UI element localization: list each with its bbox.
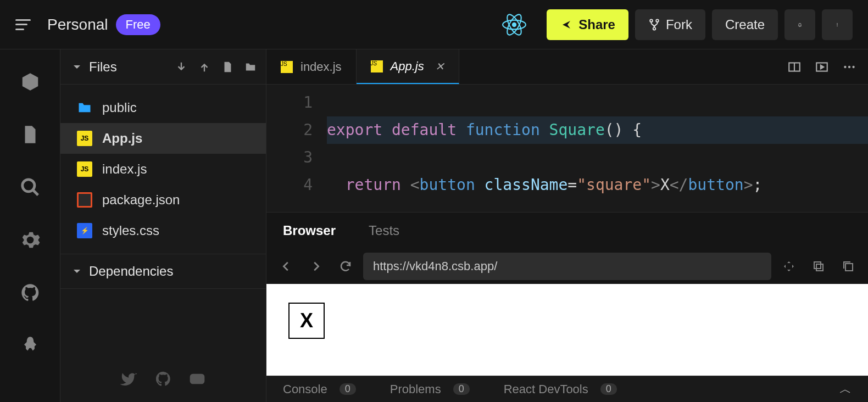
svg-point-8 — [837, 24, 837, 25]
svg-point-6 — [653, 27, 656, 30]
svg-rect-17 — [816, 264, 823, 271]
files-panel-header[interactable]: Files — [60, 49, 266, 85]
fork-button[interactable]: Fork — [635, 9, 705, 40]
deploy-icon[interactable] — [20, 335, 41, 356]
reload-icon[interactable] — [333, 254, 358, 278]
more-tabs-icon[interactable] — [837, 55, 861, 79]
problems-tab[interactable]: Problems — [390, 382, 441, 397]
nav-forward-icon[interactable] — [304, 254, 328, 278]
svg-point-4 — [650, 19, 653, 22]
preview-icon[interactable] — [810, 55, 834, 79]
open-new-window-icon[interactable] — [836, 254, 860, 278]
svg-rect-11 — [190, 374, 205, 384]
file-tree-item-index[interactable]: JS index.js — [60, 154, 266, 185]
nav-back-icon[interactable] — [274, 254, 298, 278]
js-file-icon: JS — [281, 61, 293, 73]
file-label: public — [102, 100, 137, 115]
github-social-icon[interactable] — [154, 370, 172, 388]
file-label: index.js — [102, 161, 147, 177]
github-icon[interactable] — [20, 282, 41, 303]
console-count: 0 — [340, 383, 356, 395]
svg-point-0 — [512, 22, 516, 26]
code-editor[interactable]: 1 2 3 4 export default function Square()… — [266, 85, 868, 212]
sandbox-icon[interactable] — [20, 71, 41, 92]
notifications-button[interactable] — [784, 9, 815, 40]
js-file-icon: JS — [371, 60, 383, 72]
share-button[interactable]: Share — [547, 9, 628, 40]
react-logo-icon — [502, 12, 527, 37]
file-label: package.json — [102, 192, 180, 208]
line-number: 2 — [266, 116, 313, 144]
problems-count: 0 — [453, 383, 470, 395]
json-file-icon — [77, 192, 92, 208]
preview-url-input[interactable] — [363, 253, 771, 280]
svg-point-5 — [656, 19, 659, 22]
file-tree-folder-public[interactable]: public — [60, 92, 266, 123]
copy-preview-icon[interactable] — [806, 254, 831, 278]
new-folder-icon[interactable] — [242, 58, 259, 76]
discord-icon[interactable] — [188, 370, 206, 388]
editor-tab-app[interactable]: JS App.js ✕ — [357, 49, 459, 84]
svg-point-14 — [844, 65, 846, 68]
files-title: Files — [89, 59, 167, 75]
svg-rect-19 — [845, 264, 853, 271]
tab-label: index.js — [301, 60, 342, 74]
settings-icon[interactable] — [20, 230, 41, 250]
line-number: 4 — [266, 171, 313, 199]
plan-badge[interactable]: Free — [116, 14, 160, 35]
file-label: styles.css — [102, 223, 159, 238]
folder-icon — [77, 100, 92, 115]
preview-tab-browser[interactable]: Browser — [283, 223, 336, 238]
devtools-tab[interactable]: React DevTools — [504, 382, 588, 397]
svg-point-7 — [837, 23, 837, 24]
menu-icon[interactable] — [15, 19, 31, 30]
close-tab-icon[interactable]: ✕ — [435, 60, 444, 73]
create-label: Create — [725, 17, 765, 32]
dependencies-title: Dependencies — [89, 264, 173, 279]
file-tree-item-styles[interactable]: ⚡ styles.css — [60, 215, 266, 246]
line-number: 1 — [266, 89, 313, 116]
editor-tab-index[interactable]: JS index.js — [266, 49, 357, 84]
devtools-count: 0 — [600, 383, 617, 395]
upload-icon[interactable] — [196, 58, 213, 76]
create-button[interactable]: Create — [712, 9, 778, 40]
download-icon[interactable] — [173, 58, 190, 76]
console-tab[interactable]: Console — [283, 382, 327, 397]
expand-panel-icon[interactable]: ︿ — [839, 381, 852, 398]
preview-frame: X — [266, 284, 868, 376]
svg-point-16 — [852, 65, 854, 68]
file-icon[interactable] — [20, 124, 41, 145]
expand-preview-icon[interactable] — [777, 254, 801, 278]
file-tree-item-package[interactable]: package.json — [60, 185, 266, 215]
dependencies-panel-header[interactable]: Dependencies — [60, 254, 266, 289]
js-file-icon: JS — [77, 131, 92, 146]
svg-point-10 — [22, 180, 34, 192]
twitter-icon[interactable] — [120, 370, 138, 388]
svg-point-9 — [837, 25, 837, 26]
file-label: App.js — [102, 131, 142, 146]
search-icon[interactable] — [20, 177, 41, 198]
split-editor-icon[interactable] — [782, 55, 806, 79]
js-file-icon: JS — [77, 161, 92, 177]
chevron-down-icon — [73, 63, 81, 71]
line-number: 3 — [266, 144, 313, 171]
chevron-down-icon — [73, 267, 81, 276]
svg-rect-18 — [814, 262, 821, 269]
tab-label: App.js — [391, 59, 424, 74]
fork-label: Fork — [666, 17, 692, 32]
new-file-icon[interactable] — [219, 58, 236, 76]
workspace-name[interactable]: Personal — [47, 16, 108, 34]
svg-point-15 — [848, 65, 850, 68]
preview-tab-tests[interactable]: Tests — [369, 223, 399, 238]
more-menu-button[interactable] — [822, 9, 853, 40]
preview-square-button[interactable]: X — [288, 303, 325, 339]
css-file-icon: ⚡ — [77, 223, 92, 238]
file-tree-item-app[interactable]: JS App.js — [60, 123, 266, 154]
share-label: Share — [578, 17, 615, 32]
